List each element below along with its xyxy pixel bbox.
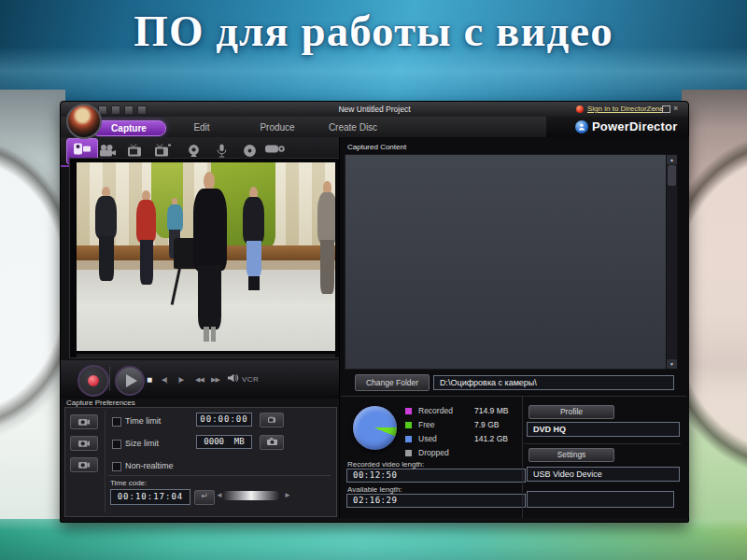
video-preview [77, 162, 335, 351]
recorded-length-field: 00:12:50 [346, 469, 526, 483]
step-forward-button[interactable]: |▶ [178, 376, 183, 384]
legend-label: Dropped [418, 448, 449, 457]
tab-capture[interactable]: Capture [92, 120, 166, 136]
minimize-button[interactable]: – [651, 104, 655, 113]
record-icon [88, 375, 99, 386]
legend-label: Free [418, 420, 434, 429]
folder-path-field[interactable]: D:\Оцифровка с камеры\ [433, 375, 674, 390]
restore-button[interactable] [662, 105, 670, 113]
fast-forward-button[interactable]: ▶▶ [211, 376, 219, 384]
record-button[interactable] [78, 365, 109, 397]
recorded-swatch [405, 408, 412, 414]
captured-content-header: Captured Content [347, 143, 406, 151]
scroll-up-icon[interactable]: ▲ [667, 155, 677, 164]
close-button[interactable]: × [673, 104, 678, 113]
video-person [134, 190, 160, 285]
size-limit-unit: MB [234, 437, 245, 446]
change-folder-button[interactable]: Change Folder [355, 374, 430, 391]
timecode-divider [108, 475, 331, 476]
profile-divider [522, 397, 523, 518]
non-realtime-checkbox[interactable] [112, 462, 121, 471]
directorzone-icon [576, 105, 584, 113]
timecode-slider[interactable] [222, 491, 280, 500]
dropped-swatch [405, 450, 412, 456]
tab-create-disc[interactable]: Create Disc [325, 120, 381, 134]
settings-button[interactable]: Settings [529, 448, 614, 462]
scroll-down-icon[interactable]: ▼ [667, 359, 677, 369]
prefs-divider [105, 411, 106, 512]
time-code-label: Time code: [110, 479, 147, 487]
size-limit-value: 0000 [204, 437, 224, 446]
slide-background-bottom [0, 519, 747, 560]
background-disc-left [0, 90, 65, 521]
capture-option-2-button[interactable] [70, 436, 98, 451]
recorded-length-label: Recorded video length: [347, 460, 424, 469]
available-length-label: Available length: [347, 485, 402, 494]
legend-value: 714.9 MB [474, 406, 508, 415]
settings-divider [524, 443, 681, 444]
video-person [240, 187, 268, 290]
legend-label: Recorded [418, 406, 453, 415]
rewind-button[interactable]: ◀◀ [195, 376, 204, 384]
captured-content-list[interactable] [345, 154, 667, 370]
stop-button[interactable]: ■ [147, 374, 151, 385]
app-avatar [66, 104, 102, 139]
profile-button[interactable]: Profile [529, 405, 614, 419]
size-limit-checkbox[interactable] [112, 440, 121, 449]
preview-scrub-bar[interactable] [77, 353, 335, 357]
tv-capture-button[interactable] [260, 413, 284, 427]
used-swatch [405, 436, 412, 442]
time-limit-field[interactable]: 00:00:00 [196, 413, 252, 427]
time-limit-checkbox[interactable] [112, 417, 121, 427]
video-person [315, 181, 335, 294]
disk-pie [353, 406, 397, 450]
legend-value: 7.9 GB [474, 420, 499, 429]
tab-produce[interactable]: Produce [249, 120, 305, 134]
device-field[interactable]: USB Video Device [527, 467, 680, 482]
free-swatch [405, 422, 412, 428]
empty-field[interactable] [527, 491, 674, 508]
time-limit-label: Time limit [125, 416, 161, 426]
capture-option-3-button[interactable] [70, 457, 98, 472]
video-instructor [188, 172, 232, 342]
volume-icon[interactable] [227, 373, 239, 385]
legend-label: Used [418, 434, 437, 443]
size-limit-field[interactable]: 0000 MB [196, 435, 252, 449]
size-limit-label: Size limit [125, 439, 159, 448]
video-person [92, 187, 120, 281]
slide-title: ПО для работы с видео [0, 6, 747, 56]
legend-value: 141.2 GB [474, 434, 508, 443]
capture-preferences-header: Capture Preferences [66, 399, 135, 407]
powerdirector-window: New Untitled Project Sign in to Director… [60, 101, 689, 523]
timecode-go-button[interactable]: ↵ [194, 490, 215, 505]
play-icon [126, 374, 137, 387]
scrollbar-thumb[interactable] [668, 165, 676, 186]
captured-content-scrollbar[interactable]: ▲ ▼ [666, 154, 678, 370]
transport-divider [109, 367, 110, 391]
snapshot-button[interactable] [260, 435, 284, 450]
time-code-field[interactable]: 00:10:17:04 [110, 489, 190, 505]
vcr-label: VCR [242, 375, 259, 384]
capture-option-1-button[interactable] [70, 414, 98, 429]
powerdirector-logo-icon [575, 120, 588, 133]
non-realtime-label: Non-realtime [125, 461, 174, 470]
background-disc-right [682, 90, 747, 521]
timecode-slider-right[interactable]: ► [284, 491, 291, 499]
capture-preferences-panel: Time limit 00:00:00 Size limit 0000 MB N… [64, 407, 337, 517]
brand-name: PowerDirector [592, 119, 677, 133]
tab-edit[interactable]: Edit [174, 120, 230, 134]
step-back-button[interactable]: ◀| [162, 376, 166, 384]
play-button[interactable] [115, 366, 145, 396]
profile-field[interactable]: DVD HQ [527, 422, 680, 437]
window-titlebar: New Untitled Project Sign in to Director… [61, 102, 688, 117]
stats-divider [341, 396, 686, 397]
available-length-field: 02:16:29 [346, 494, 526, 508]
